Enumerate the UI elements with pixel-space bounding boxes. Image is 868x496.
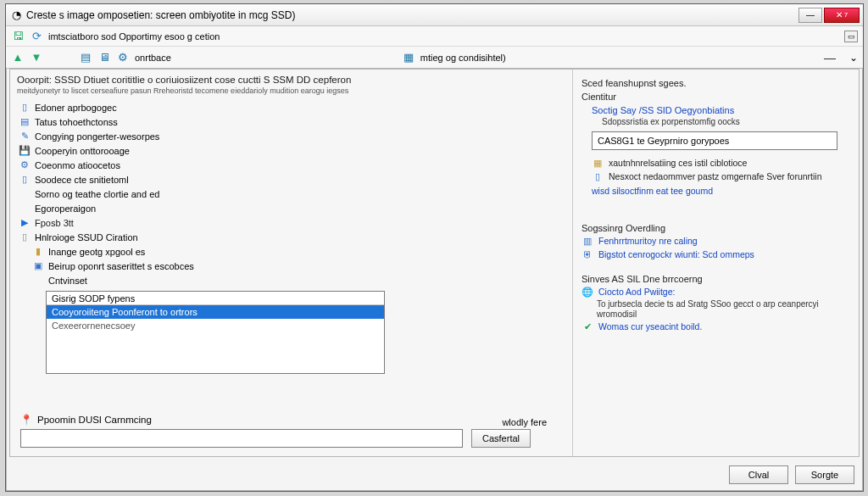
ok-button[interactable]: Sorgte: [795, 465, 854, 484]
bottom-field-label: 📍 Ppoomin DUSI Carnmcing: [20, 414, 531, 426]
toolbar-collapse-dash[interactable]: —: [824, 51, 836, 64]
doc-icon: ▯: [19, 174, 31, 186]
tool-icon-5[interactable]: ⚙: [116, 51, 130, 64]
rp-row-3[interactable]: wisd silsoctfinm eat tee goumd: [592, 186, 850, 196]
tree-item[interactable]: Egoroperaigon: [17, 201, 565, 215]
rp-search-input[interactable]: [592, 131, 837, 150]
folder-icon: ▮: [32, 246, 44, 258]
rp-heading-2: Cientitur: [581, 92, 850, 102]
toolbar-chevron-icon[interactable]: ⌄: [849, 52, 858, 64]
tree-item[interactable]: ▮Inange geotg xpgool es: [17, 244, 565, 259]
rp-row-1: ▦xautnhnrelsatiing ces istil ciblotioce: [592, 157, 850, 169]
path-input[interactable]: [20, 429, 463, 448]
main-window: ◔ Creste s image omposetien: screen ombi…: [5, 3, 864, 492]
tree-item[interactable]: ▤Tatus tohoethctonss: [17, 114, 565, 129]
page-icon: ▯: [19, 102, 31, 114]
app-icon: ◔: [9, 8, 23, 22]
dialog-footer: Clval Sorgte: [729, 465, 854, 484]
listbox-header: Gisrig SODP fypens: [47, 292, 384, 305]
tool-icon-1[interactable]: ▲: [11, 51, 25, 64]
center-icon: ▦: [402, 51, 415, 64]
list-icon: ▤: [19, 116, 31, 128]
tool-icon-3[interactable]: ▤: [79, 51, 92, 64]
blank-icon: [19, 203, 31, 215]
disk-icon: 💾: [19, 145, 31, 157]
blank-icon: [32, 275, 44, 287]
rp-sub-1: Sdopssristia ex porpenstomfig oocks: [602, 117, 850, 126]
listbox-item-selected[interactable]: Cooyoroiiteng Poonferont to ortrors: [47, 305, 384, 319]
rp-section-2: Sogssinrg Overdling: [581, 223, 850, 233]
toolbar-row-1: 🖫 ⟳ imtsciatboro sod Opportimy esoo g ce…: [6, 26, 863, 47]
gear-icon: ⚙: [19, 159, 31, 171]
listbox-item[interactable]: Cexeerornenecsoey: [47, 319, 384, 332]
window-title: Creste s image omposetien: screen ombiyo…: [26, 9, 797, 21]
rp-section-3: Sinves AS SIL Dne brrcoerng: [581, 274, 850, 284]
options-tree: ▯Edoner aprbogogec ▤Tatus tohoethctonss …: [17, 100, 565, 287]
rp-link-1[interactable]: Soctig Say /SS SID Oegyonbiatins: [592, 105, 850, 115]
doc-icon: ▯: [592, 170, 604, 182]
breadcrumb-text: imtsciatboro sod Opportimy esoo g cetion: [48, 31, 220, 42]
tree-item[interactable]: Sorno og teathe clortie and ed: [17, 187, 565, 201]
rp-sec3-c[interactable]: ✔Womas cur yseacint boild.: [581, 320, 850, 332]
rp-sec3-a[interactable]: 🌐Ciocto Aod Pwiitge:: [581, 286, 850, 298]
tool-icon-2[interactable]: ▼: [30, 51, 43, 64]
left-pane: Ooorpit: SSSD Dtiuet corititlie o coriui…: [10, 70, 572, 456]
toolbar-row-2: ▲ ▼ ▤ 🖥 ⚙ onrtbace ▦ mtieg og condisihte…: [6, 47, 863, 69]
blank-icon: [19, 188, 31, 200]
cancel-button[interactable]: Clval: [729, 465, 788, 484]
section-subheading: meitdyonetyr to liscet cerseafiure pasun…: [17, 86, 565, 95]
tree-item[interactable]: ▶Fposb 3tt: [17, 215, 565, 230]
package-icon: ▣: [32, 260, 44, 272]
browse-button[interactable]: Casfertal: [471, 429, 531, 448]
globe-icon: 🌐: [581, 286, 593, 298]
tool-icon-4[interactable]: 🖥: [97, 51, 111, 64]
minimize-button[interactable]: —: [798, 8, 822, 23]
panel-toggle-button[interactable]: ▭: [844, 31, 858, 42]
content-area: Ooorpit: SSSD Dtiuet corititlie o coriui…: [9, 69, 860, 457]
section-heading: Ooorpit: SSSD Dtiuet corititlie o coriui…: [17, 75, 565, 85]
rp-heading-1: Sced feanshupnst sgees.: [581, 78, 850, 88]
types-listbox[interactable]: Gisrig SODP fypens Cooyoroiiteng Poonfer…: [46, 291, 385, 374]
card-icon: ▥: [581, 235, 593, 247]
right-pane: Sced feanshupnst sgees. Cientitur Soctig…: [572, 70, 859, 456]
rp-sec2-a[interactable]: ▥Fenhrrtmuritoy nre caling: [581, 235, 850, 247]
toolbar-center-text: mtieg og condisihtel): [420, 53, 506, 63]
bottom-field-group: 📍 Ppoomin DUSI Carnmcing Casfertal: [20, 414, 531, 448]
tree-item[interactable]: ⚙Coeonmo atioocetos: [17, 158, 565, 172]
tree-item[interactable]: ▯Edoner aprbogogec: [17, 100, 565, 114]
shield-icon: ⛨: [581, 248, 593, 260]
tree-item[interactable]: ✎Congying pongerter-wesorpes: [17, 129, 565, 143]
page-icon: ▯: [19, 231, 31, 243]
rp-row-2: ▯Nesxoct nedaommver pastz omgernafe Sver…: [592, 170, 850, 182]
refresh-icon[interactable]: ⟳: [30, 30, 43, 43]
titlebar: ◔ Creste s image omposetien: screen ombi…: [6, 4, 863, 26]
close-button[interactable]: ✕7: [824, 8, 860, 23]
tree-item[interactable]: 💾Cooperyin onttorooage: [17, 143, 565, 158]
wrench-icon: ✎: [19, 131, 31, 142]
tree-item[interactable]: Cntvinset: [17, 273, 565, 287]
pin-icon: 📍: [20, 414, 32, 426]
tree-item[interactable]: ▣Beirup oponrt saserittet s escobces: [17, 259, 565, 273]
rp-sec3-b: To jurbsecla decie ts ad Sratg SSoo gecc…: [597, 299, 850, 319]
rp-sec2-b[interactable]: ⛨Bigstot cenrogockr wiunti: Scd ommeps: [581, 248, 850, 260]
save-icon[interactable]: 🖫: [11, 30, 25, 43]
toolbar-label-a: onrtbace: [135, 53, 171, 63]
check-icon: ✔: [581, 320, 593, 332]
play-icon: ▶: [19, 217, 31, 229]
tree-item[interactable]: ▯Soodece cte snitietoml: [17, 172, 565, 187]
check-icon: ▦: [592, 157, 604, 169]
tree-item[interactable]: ▯Hnlroioge SSUD Ciration: [17, 230, 565, 244]
